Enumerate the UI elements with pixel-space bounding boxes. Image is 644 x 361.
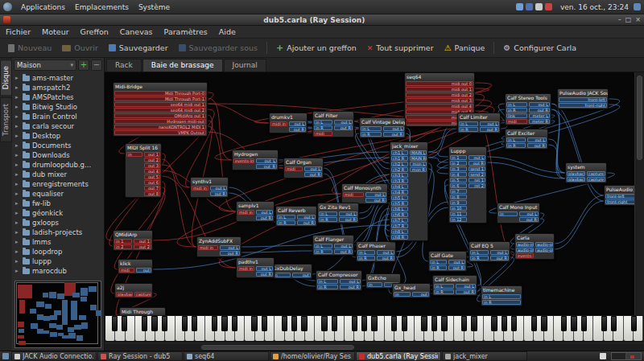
- port-audio-input[interactable]: in 5: [450, 178, 467, 183]
- ajouter-un-greffon-button[interactable]: +Ajouter un greffon: [271, 41, 361, 55]
- port-midi-output[interactable]: out 7: [144, 186, 160, 191]
- port-audio-output[interactable]: out_L: [256, 158, 277, 163]
- piano-key-black[interactable]: [571, 316, 576, 331]
- port-audio-output[interactable]: out R: [220, 251, 240, 256]
- file-tree-item-brain-control[interactable]: ▸Brain Control: [12, 112, 104, 121]
- piano-key-black[interactable]: [212, 316, 217, 331]
- port-audio-output[interactable]: out R: [448, 265, 465, 270]
- port-audio-output[interactable]: out L: [256, 210, 273, 215]
- canvas-hscrollbar[interactable]: [105, 343, 644, 351]
- port-audio-output[interactable]: out L: [334, 244, 353, 248]
- port-audio-output[interactable]: ret 1: [469, 178, 485, 183]
- port-audio-output[interactable]: out R: [339, 217, 357, 222]
- canvas-node-synthv1[interactable]: synthv1midi inout Lout R: [190, 177, 229, 198]
- file-tree-item-dub-mixer[interactable]: ▸dub mixer: [12, 170, 104, 179]
- canvas-node-padthv1[interactable]: padthv1midi inout Lout R: [236, 257, 275, 278]
- port-audio-input[interactable]: in L: [361, 126, 382, 131]
- canvas-node-qmidiarp[interactable]: QMidiArpin 1in 2out 1out 2: [113, 230, 153, 251]
- expander-icon[interactable]: ▸: [15, 162, 20, 168]
- port-audio-output[interactable]: send 1: [469, 166, 485, 171]
- port-audio-output[interactable]: out R: [334, 249, 353, 254]
- piano-key-black[interactable]: [491, 316, 497, 331]
- file-tree-item-documents[interactable]: ▸Documents: [12, 141, 104, 150]
- port-midi-output[interactable]: out 2: [144, 158, 160, 162]
- canvas-node-samplv1[interactable]: samplv1midi inout Lout R: [236, 201, 275, 222]
- file-tree-item-marocdub[interactable]: ▸marocdub: [12, 266, 104, 276]
- port-audio-output[interactable]: audio-out1: [535, 242, 553, 247]
- piano-key-black[interactable]: [151, 316, 157, 331]
- maximize-button[interactable]: □: [625, 16, 632, 23]
- port-audio-output[interactable]: send 2: [469, 172, 485, 177]
- expander-icon[interactable]: ▸: [15, 142, 20, 149]
- file-tree-item-enregistrements[interactable]: ▸enregistrements: [12, 179, 104, 189]
- port-audio-output[interactable]: meter L: [529, 113, 550, 118]
- piano-key-black[interactable]: [511, 316, 517, 331]
- panel-menu-syst-me[interactable]: Système: [134, 2, 175, 13]
- carla-window-icon[interactable]: [3, 16, 10, 23]
- port-audio-output[interactable]: MAIN R: [410, 156, 427, 161]
- remove-folder-button[interactable]: −: [91, 59, 102, 71]
- port-audio-input[interactable]: ch7 L: [391, 218, 408, 223]
- port-audio-input[interactable]: in 3: [450, 166, 467, 171]
- notification-icon[interactable]: [545, 3, 552, 10]
- patchbay-canvas[interactable]: Midi-BridgeMidi Through Port-0Midi Throu…: [105, 72, 634, 315]
- port-audio-output[interactable]: out L: [469, 155, 485, 160]
- workspace-2[interactable]: [626, 353, 641, 359]
- port-audio-input[interactable]: in L: [319, 211, 337, 216]
- port-audio-output[interactable]: out L: [448, 260, 465, 265]
- port-audio-output[interactable]: out R: [519, 217, 539, 222]
- port-audio-input[interactable]: in L: [482, 294, 521, 299]
- piano-key-black[interactable]: [541, 316, 547, 331]
- configurer-carla-button[interactable]: ⚙Configurer Carla: [498, 41, 581, 55]
- canvas-node-calf-vintage-delay[interactable]: Calf Vintage Delayin Lin Rout Lout R: [359, 117, 406, 138]
- file-tree-item-downloads[interactable]: ▸Downloads: [12, 150, 104, 160]
- canvas-node-pulseaudio-jack-source[interactable]: PulseAudio JACK Sourcefront-leftfront-ri…: [557, 88, 609, 109]
- port-audio-output[interactable]: out: [292, 273, 311, 277]
- menu-greffon[interactable]: Greffon: [75, 26, 114, 38]
- port-audio-input[interactable]: ch1 R: [391, 156, 408, 161]
- corner-icon[interactable]: [634, 3, 641, 10]
- expander-icon[interactable]: ▸: [15, 152, 20, 158]
- port-midi-output[interactable]: midi out 0: [406, 81, 473, 86]
- canvas-node-midi-split-16[interactable]: MIDI Split 16inout 1out 2out 3out 4out 5…: [125, 143, 162, 198]
- canvas-node-calf-mono-input[interactable]: Calf Mono Inputinout Lout R: [497, 203, 540, 224]
- canvas-node-jack-mixer[interactable]: jack_mixerch1 Lch1 Rch2 Lch2 Rch3 Lch3 R…: [390, 142, 428, 241]
- port-audio-output[interactable]: ret 2: [469, 183, 485, 188]
- port-midi-output[interactable]: midi out 4: [406, 104, 473, 109]
- canvas-node-calf-gate[interactable]: Calf Gatein Lin Rout Lout R: [428, 251, 467, 272]
- port-audio-output[interactable]: out: [136, 268, 151, 273]
- file-tree-item-ams-master[interactable]: ▸ams-master: [12, 73, 104, 83]
- piano-key-black[interactable]: [611, 316, 617, 331]
- tab-disque[interactable]: Disque: [0, 59, 12, 96]
- canvas-node-a2j[interactable]: a2jplaybackcapture: [114, 283, 153, 298]
- port-audio-output[interactable]: mon L: [410, 162, 427, 166]
- menu-canevas[interactable]: Canevas: [114, 26, 159, 38]
- port-audio-input[interactable]: front-right: [605, 199, 634, 204]
- port-audio-output[interactable]: out L: [339, 211, 357, 216]
- show-desktop-button[interactable]: [0, 351, 11, 361]
- port-audio-output[interactable]: out R: [529, 108, 550, 113]
- port-audio-input[interactable]: in 4: [450, 172, 467, 177]
- port-audio-input[interactable]: link: [506, 113, 527, 118]
- canvas-node-gx-head[interactable]: Gx_headinout: [392, 283, 431, 298]
- port-midi-input[interactable]: midi: [343, 192, 364, 197]
- port-audio-input[interactable]: in R: [506, 108, 527, 113]
- canvas-node-calf-sidechain[interactable]: Calf Sidechainin Lin Rout Lout R: [432, 275, 477, 296]
- port-midi-input[interactable]: midi in: [192, 186, 208, 191]
- port-audio-input[interactable]: in L: [277, 215, 295, 219]
- hscroll-handle[interactable]: [201, 345, 354, 350]
- port-audio-input[interactable]: in L: [434, 284, 454, 289]
- port-audio-input[interactable]: in L: [314, 120, 332, 125]
- port-audio-output[interactable]: audio-out2: [535, 248, 553, 252]
- piano-key-black[interactable]: [631, 316, 637, 331]
- port-audio-output[interactable]: capture_2: [587, 177, 605, 182]
- expander-icon[interactable]: ▸: [15, 229, 20, 236]
- piano-key-black[interactable]: [182, 316, 188, 331]
- port-midi-input[interactable]: in 1: [114, 239, 132, 244]
- piano-key-black[interactable]: [471, 316, 477, 331]
- canvas-node-system[interactable]: systemplayback_1playback_2capture_1captu…: [565, 162, 607, 183]
- port-midi-output[interactable]: out 8: [144, 191, 160, 196]
- port-audio-input[interactable]: ch7 R: [391, 224, 408, 228]
- port-audio-input[interactable]: in R: [314, 249, 332, 254]
- port-midi-output[interactable]: out 5: [144, 174, 160, 179]
